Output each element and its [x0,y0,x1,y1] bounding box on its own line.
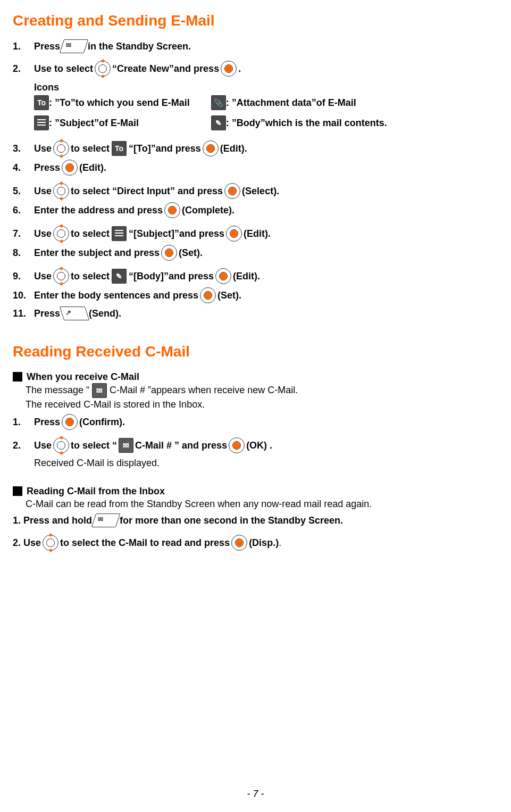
step-5-b: to select “Direct Input” and press [71,185,223,197]
step-6-a: Enter the address and press [34,204,163,217]
step-1: 1. Press in the Standby Screen. [13,39,498,53]
nav-center-icon [164,202,180,218]
step-9-a: Use [34,270,52,283]
step-6: 6. Enter the address and press (Complete… [13,202,498,218]
step-11-num: 11. [13,307,34,320]
nav-vertical-icon [53,437,69,453]
nav-center-icon [221,61,237,77]
nav-center-icon [229,437,245,453]
cmail-envelope-icon: ✉ [92,383,107,398]
step-10-num: 10. [13,289,34,302]
step-8: 8. Enter the subject and press (Set). [13,245,498,261]
step-3: 3. Use to select To “[To]”and press (Edi… [13,140,498,156]
inbox-step-1-b: for more than one second in the Standby … [120,514,343,527]
icon-subject-text: : ”Subject”of E-Mail [49,117,139,129]
step-3-a: Use [34,142,52,155]
step-8-a: Enter the subject and press [34,246,160,259]
nav-center-icon [231,535,247,551]
mail-softkey-icon [60,39,88,53]
step-11: 11. Press (Send). [13,306,498,320]
step-11-a: Press [34,307,60,320]
step-4-b: (Edit). [79,161,106,174]
nav-vertical-icon [53,268,69,284]
nav-center-icon [62,414,78,430]
step-3-num: 3. [13,142,34,155]
attachment-icon: 📎 [211,95,226,110]
step-4-num: 4. [13,161,34,174]
nav-center-icon [161,245,177,261]
step-6-b: (Complete). [182,204,234,217]
heading-reading-cmail: Reading Received C-Mail [13,342,498,362]
cmail-step-1-b: (Confirm). [79,416,125,428]
cmail-step-2: 2. Use to select “ ✉ C-Mail # ” and pres… [13,437,498,453]
inbox-step-1-a: 1. Press and hold [13,514,92,527]
step-2-text-b: “Create New”and press [112,62,219,75]
icon-to-text: : ”To”to which you send E-Mail [49,96,190,109]
step-11-b: (Send). [89,307,121,320]
step-2-num: 2. [13,62,34,75]
step-5-num: 5. [13,185,34,197]
nav-vertical-icon [53,183,69,199]
inbox-step-2-b: to select the C-Mail to read and press [60,536,230,549]
nav-center-icon [62,160,78,176]
cmail-step-1-num: 1. [13,416,34,428]
icons-legend: Icons To : ”To”to which you send E-Mail … [34,81,498,132]
nav-center-icon [203,140,219,156]
step-1-text-a: Press [34,40,60,53]
nav-center-icon [215,268,231,284]
step-9-d: (Edit). [233,270,260,283]
step-7-num: 7. [13,227,34,240]
heading-creating-email: Creating and Sending E-Mail [13,11,498,31]
inbox-step-2: 2. Use to select the C-Mail to read and … [13,535,498,551]
send-softkey-icon [60,306,89,320]
step-7-a: Use [34,227,52,240]
to-icon: To [112,141,127,156]
cmail-step-1-a: Press [34,416,60,428]
step-3-d: (Edit). [220,142,247,155]
step-4-a: Press [34,161,60,174]
icon-body-text: : ”Body”which is the mail contents. [226,117,387,129]
subheading-inbox: Reading C-Mail from the Inbox [13,485,498,498]
step-2: 2. Use to select “Create New”and press . [13,61,498,77]
step-10-a: Enter the body sentences and press [34,289,198,302]
step-9-c: “[Body]”and press [129,270,214,283]
cmail-envelope-icon: ✉ [119,438,133,453]
body-icon: ✎ [211,115,226,130]
icon-attach-text: : ”Attachment data”of E-Mail [226,96,356,109]
step-9: 9. Use to select ✎ “[Body]”and press (Ed… [13,268,498,284]
cmail-step-1: 1. Press (Confirm). [13,414,498,430]
to-icon: To [34,95,49,110]
body-icon: ✎ [112,269,127,284]
subheading-receive-cmail: When you receive C-Mail [13,370,498,383]
step-5-a: Use [34,185,52,197]
mail-softkey-icon [91,513,120,527]
step-10: 10. Enter the body sentences and press (… [13,287,498,303]
step-9-num: 9. [13,270,34,283]
subject-icon [112,226,127,241]
step-6-num: 6. [13,204,34,217]
subheading-receive-text: When you receive C-Mail [27,370,139,383]
step-3-b: to select [71,142,110,155]
cmail-received-note: Received C-Mail is displayed. [34,457,498,469]
subheading-inbox-text: Reading C-Mail from the Inbox [27,485,165,498]
cmail-step-2-num: 2. [13,439,34,452]
step-7-b: to select [71,227,110,240]
cmail-step-2-b: to select “ [71,439,117,452]
step-7-d: (Edit). [244,227,271,240]
step-10-b: (Set). [217,289,241,302]
step-1-num: 1. [13,40,34,53]
nav-vertical-icon [53,226,69,242]
nav-vertical-icon [53,140,69,156]
cmail-msg-line: The message “ ✉ C-Mail # ”appears when r… [26,383,498,398]
nav-vertical-icon [43,535,58,551]
subject-icon [34,115,49,130]
cmail-step-2-d: (OK) . [246,439,272,452]
step-1-text-b: in the Standby Screen. [88,40,191,53]
step-8-b: (Set). [179,246,203,259]
page-number: - 7 - [0,788,511,800]
nav-center-icon [226,226,242,242]
cmail-msg-b: C-Mail # ”appears when receive new C-Mai… [110,385,298,395]
step-9-b: to select [71,270,110,283]
cmail-msg2: The received C-Mail is stored in the Inb… [26,398,498,411]
step-2-text-c: . [238,62,241,75]
